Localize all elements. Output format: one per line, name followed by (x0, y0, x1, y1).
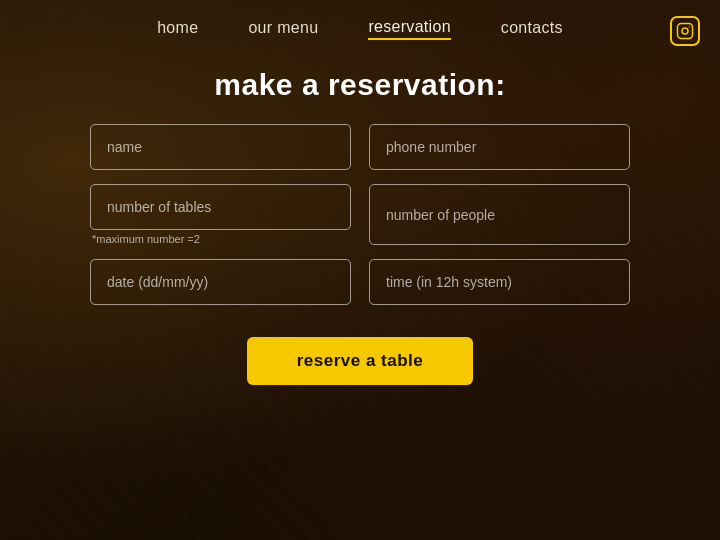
instagram-icon[interactable] (670, 16, 700, 46)
time-field-wrapper (369, 259, 630, 305)
time-input[interactable] (369, 259, 630, 305)
name-field-wrapper (90, 124, 351, 170)
people-input[interactable] (369, 184, 630, 245)
tables-field-wrapper: *maximum number =2 (90, 184, 351, 245)
svg-rect-0 (678, 24, 693, 39)
nav-link-reservation[interactable]: reservation (368, 18, 450, 40)
form-row-name-phone (90, 124, 630, 170)
form-row-tables-people: *maximum number =2 (90, 184, 630, 245)
nav: home our menu reservation contacts (0, 0, 720, 50)
page-heading: make a reservation: (214, 68, 505, 102)
reservation-form: *maximum number =2 reserve a table (90, 124, 630, 385)
submit-row: reserve a table (90, 337, 630, 385)
svg-point-2 (689, 26, 690, 27)
nav-link-home[interactable]: home (157, 19, 198, 39)
phone-field-wrapper (369, 124, 630, 170)
tables-input[interactable] (90, 184, 351, 230)
phone-input[interactable] (369, 124, 630, 170)
nav-link-contacts[interactable]: contacts (501, 19, 563, 39)
nav-link-our-menu[interactable]: our menu (248, 19, 318, 39)
name-input[interactable] (90, 124, 351, 170)
date-field-wrapper (90, 259, 351, 305)
tables-note: *maximum number =2 (90, 233, 351, 245)
date-input[interactable] (90, 259, 351, 305)
form-row-date-time (90, 259, 630, 305)
svg-point-1 (682, 28, 688, 34)
people-field-wrapper (369, 184, 630, 245)
submit-button[interactable]: reserve a table (247, 337, 474, 385)
